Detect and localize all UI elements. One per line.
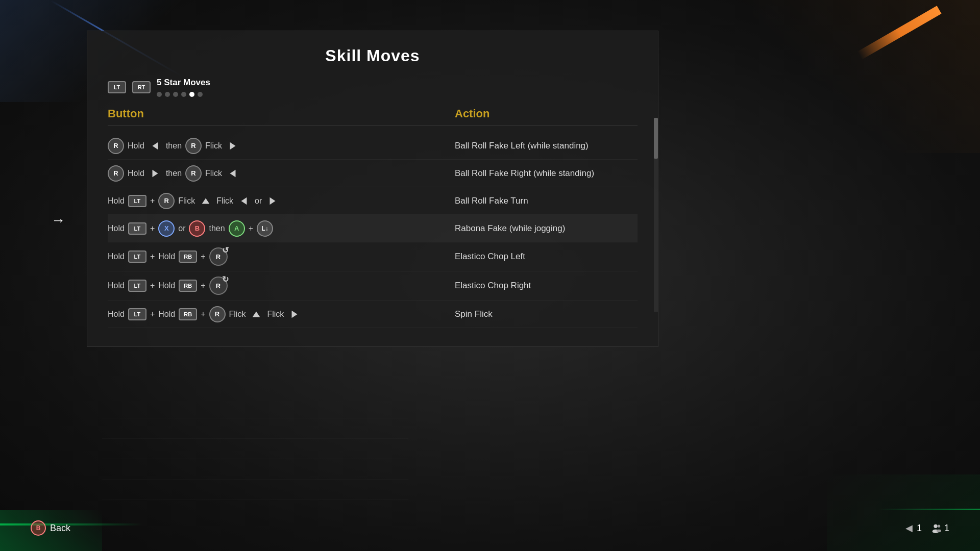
move-row-7: Hold LT + Hold RB + R Flick Flick Spin F… — [108, 300, 638, 328]
flick-text-7b: Flick — [267, 310, 284, 319]
button-column-header: Button — [108, 107, 455, 120]
flick-text-7a: Flick — [229, 310, 246, 319]
button-seq-2: R Hold then R Flick — [108, 165, 455, 182]
arrow-up-3 — [199, 194, 213, 208]
footer: B Back ◀ 1 1 — [0, 520, 980, 536]
action-6: Elastico Chop Right — [455, 281, 638, 291]
move-row-4: Hold LT + X or B then A + L↓ Rabona Fake… — [108, 215, 638, 242]
rb-button-6: RB — [179, 280, 197, 292]
svg-marker-4 — [202, 198, 210, 204]
flick-text-3a: Flick — [178, 196, 195, 206]
button-seq-6: Hold LT + Hold RB + R ↻ — [108, 277, 455, 295]
move-row-1: R Hold then R Flick Ball Roll Fake Left … — [108, 132, 638, 160]
move-row-3: Hold LT + R Flick Flick or — [108, 187, 638, 215]
arrow-left-3 — [237, 194, 251, 208]
or-text-3: or — [255, 196, 262, 206]
page-number: 1 — [917, 523, 922, 534]
flick-text-1: Flick — [205, 141, 222, 151]
hold-text-5b: Hold — [158, 252, 175, 261]
lt-button-5: LT — [128, 251, 146, 263]
button-seq-1: R Hold then R Flick — [108, 138, 455, 154]
or-text-4: or — [178, 224, 185, 233]
scrollbar[interactable] — [654, 118, 658, 312]
scrollbar-thumb — [654, 118, 658, 159]
hold-text-7: Hold — [108, 310, 125, 319]
flick-text-2: Flick — [205, 169, 222, 178]
then-text-4: then — [209, 224, 225, 233]
button-seq-3: Hold LT + R Flick Flick or — [108, 193, 455, 209]
lt-button-7: LT — [128, 308, 146, 320]
move-row-6: Hold LT + Hold RB + R ↻ Elastico Chop Ri… — [108, 271, 638, 300]
flick-text-3b: Flick — [216, 196, 233, 206]
action-4: Rabona Fake (while jogging) — [455, 223, 638, 234]
hold-text-1: Hold — [128, 141, 144, 151]
x-button-4: X — [158, 220, 175, 237]
arrow-right-1 — [226, 139, 240, 153]
plus-5a: + — [150, 252, 155, 261]
page-prev-icon[interactable]: ◀ — [905, 522, 913, 534]
bg-green-line-right — [878, 509, 980, 510]
tab-label: 5 Star Moves — [157, 78, 210, 88]
dot-2 — [165, 92, 170, 97]
rb-button-7: RB — [179, 308, 197, 320]
dot-5-active — [189, 92, 194, 97]
dot-3 — [173, 92, 178, 97]
hold-text-4: Hold — [108, 224, 125, 233]
arrow-up-7 — [249, 307, 263, 321]
move-row-5: Hold LT + Hold RB + R ↺ Elastico Chop Le… — [108, 242, 638, 271]
svg-marker-8 — [292, 310, 298, 318]
hold-text-6b: Hold — [158, 281, 175, 290]
plus-5b: + — [201, 252, 205, 261]
svg-marker-5 — [241, 197, 247, 205]
plus-7b: + — [201, 310, 205, 319]
plus-4a: + — [150, 224, 155, 233]
svg-point-12 — [937, 530, 941, 533]
hold-text-3: Hold — [108, 196, 125, 206]
lt-button-6: LT — [128, 280, 146, 292]
selection-arrow: → — [51, 212, 65, 229]
plus-6a: + — [150, 281, 155, 290]
tab-dots — [157, 92, 210, 97]
player-info: 1 — [930, 522, 949, 534]
arrow-right-7 — [287, 307, 302, 321]
b-button-4: B — [189, 220, 205, 237]
r-rotate-left-5: R ↺ — [209, 247, 228, 266]
r-button-7: R — [209, 306, 226, 322]
page-title: Skill Moves — [108, 46, 638, 65]
plus-4b: + — [249, 224, 253, 233]
button-seq-4: Hold LT + X or B then A + L↓ — [108, 220, 455, 237]
rb-button-5: RB — [179, 251, 197, 263]
plus-7a: + — [150, 310, 155, 319]
columns-header: Button Action — [108, 107, 638, 126]
plus-3a: + — [150, 196, 155, 206]
dot-6 — [198, 92, 203, 97]
main-panel: Skill Moves LT RT 5 Star Moves Button Ac… — [87, 31, 658, 347]
action-3: Ball Roll Fake Turn — [455, 196, 638, 206]
svg-marker-6 — [270, 197, 276, 205]
action-column-header: Action — [455, 107, 638, 120]
rt-button[interactable]: RT — [132, 81, 151, 93]
r-button-1: R — [108, 138, 124, 154]
arrow-right-2 — [148, 166, 162, 181]
svg-marker-2 — [152, 169, 158, 177]
hold-text-5: Hold — [108, 252, 125, 261]
l-button-4: L↓ — [257, 220, 273, 237]
page-info: ◀ 1 1 — [905, 522, 949, 534]
lt-button-4: LT — [128, 222, 146, 235]
r-button-2b: R — [185, 165, 202, 182]
action-5: Elastico Chop Left — [455, 252, 638, 262]
arrow-left-2 — [226, 166, 240, 181]
dot-1 — [157, 92, 162, 97]
r-button-1b: R — [185, 138, 202, 154]
dot-4 — [181, 92, 186, 97]
hold-text-2: Hold — [128, 169, 144, 178]
r-button-2: R — [108, 165, 124, 182]
action-2: Ball Roll Fake Right (while standing) — [455, 168, 638, 179]
back-button[interactable]: B Back — [31, 520, 70, 536]
arrow-right-3 — [265, 194, 280, 208]
action-7: Spin Flick — [455, 309, 638, 319]
lt-button[interactable]: LT — [108, 81, 126, 93]
bg-top-right-gradient — [725, 0, 980, 153]
bg-mesh-pattern — [102, 398, 408, 500]
b-back-icon: B — [31, 520, 46, 536]
